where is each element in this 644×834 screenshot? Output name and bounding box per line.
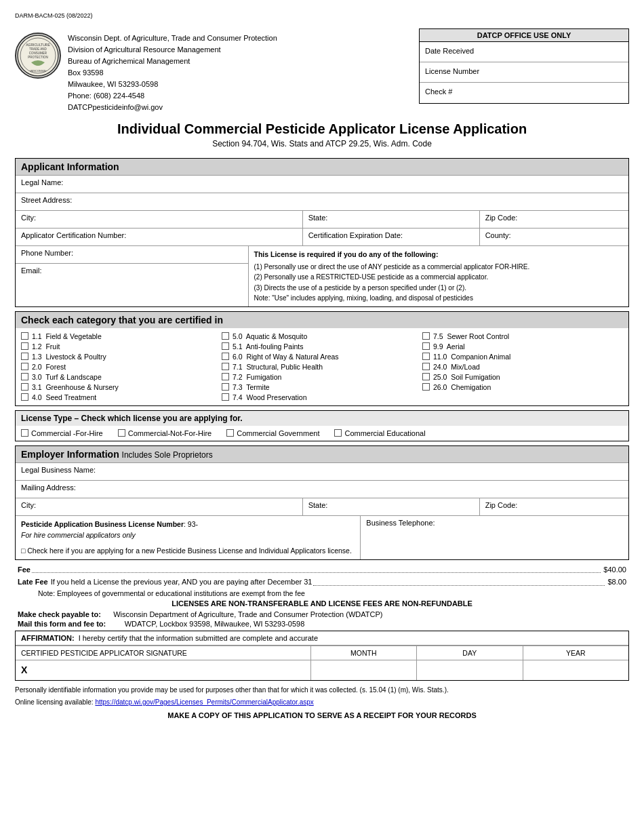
svg-text:TRADE AND: TRADE AND [29,47,47,51]
legal-name-row[interactable]: Legal Name: [16,175,628,193]
late-fee-desc: If you held a License the previous year,… [51,576,313,588]
checkbox-1-1[interactable] [21,332,28,340]
cat-5-0[interactable]: 5.0 Aquatic & Mosquito [222,332,422,340]
checkbox-notforhire[interactable] [118,429,125,437]
svg-text:CONSUMER: CONSUMER [29,52,47,55]
license-opt-notforhire[interactable]: Commercial-Not-For-Hire [118,429,212,437]
license-opt-government[interactable]: Commercial Government [226,429,319,437]
make-check-value: Wisconsin Department of Agriculture, Tra… [113,610,382,618]
cat-11-0[interactable]: 11.0 Companion Animal [422,353,623,361]
checkbox-26-0[interactable] [422,383,430,391]
month-label-cell: MONTH [311,646,418,660]
license-opt-educational[interactable]: Commercial Educational [334,429,425,437]
cat-26-0[interactable]: 26.0 Chemigation [422,383,623,391]
checkbox-3-0[interactable] [21,373,28,380]
checkbox-5-0[interactable] [222,332,229,340]
checkbox-7-5[interactable] [422,332,430,340]
biz-phone-right[interactable]: Business Telephone: [361,516,628,559]
emp-zip-field[interactable]: Zip Code: [480,498,628,515]
late-fee-line: Late Fee If you held a License the previ… [18,576,626,588]
sig-x-cell[interactable]: X [16,660,311,680]
checkbox-24-0[interactable] [422,363,430,370]
checkbox-11-0[interactable] [422,353,430,360]
license-number-field[interactable]: License Number [420,62,628,83]
checkbox-7-1[interactable] [222,363,229,370]
cat-1-2[interactable]: 1.2 Fruit [21,342,222,351]
cat-6-0[interactable]: 6.0 Right of Way & Natural Areas [222,353,422,361]
biz-license-row: Pesticide Application Business License N… [16,515,628,559]
sig-month-field[interactable] [311,660,418,680]
zip-field[interactable]: Zip Code: [480,211,628,228]
checkbox-7-4[interactable] [222,393,229,401]
checkbox-government[interactable] [226,429,234,437]
state-field[interactable]: State: [303,211,480,228]
checkbox-9-9[interactable] [422,342,430,350]
cat-1-1[interactable]: 1.1 Field & Vegetable [21,332,222,340]
cat-24-0[interactable]: 24.0 Mix/Load [422,363,623,371]
mailing-label: Mailing Address: [21,483,76,492]
cat-7-3[interactable]: 7.3 Termite [222,383,422,391]
cat-5-1[interactable]: 5.1 Anti-fouling Paints [222,342,422,351]
cat-4-0[interactable]: 4.0 Seed Treatment [21,393,222,401]
late-fee-dots [313,576,605,586]
license-type-section: License Type – Check which license you a… [15,410,629,441]
biz-name-label: Legal Business Name: [21,466,96,474]
mail-value: WDATCP, Lockbox 93598, Milwaukee, WI 532… [125,620,305,628]
biz-license-check[interactable]: □ Check here if you are applying for a n… [21,545,355,557]
date-received-field[interactable]: Date Received [420,42,628,62]
cert-exp-field[interactable]: Certification Expiration Date: [303,229,480,245]
emp-state-field[interactable]: State: [303,498,480,515]
biz-license-label: Pesticide Application Business License N… [21,520,184,528]
cat-9-9[interactable]: 9.9 Aerial [422,342,623,351]
checkbox-6-0[interactable] [222,353,229,360]
checkbox-5-1[interactable] [222,342,229,350]
county-field[interactable]: County: [480,229,628,245]
checkbox-3-1[interactable] [21,383,28,391]
cat-25-0[interactable]: 25.0 Soil Fumigation [422,373,623,381]
biz-name-row[interactable]: Legal Business Name: [16,462,628,480]
state-label: State: [308,214,328,222]
online-link[interactable]: https://datcp.wi.gov/Pages/Licenses_Perm… [95,698,313,706]
street-address-row[interactable]: Street Address: [16,193,628,210]
checkbox-25-0[interactable] [422,373,430,380]
cat-3-1[interactable]: 3.1 Greenhouse & Nursery [21,383,222,391]
emp-state-label: State: [308,501,328,509]
cat-3-0[interactable]: 3.0 Turf & Landscape [21,373,222,381]
cat-7-5[interactable]: 7.5 Sewer Root Control [422,332,623,340]
checkbox-educational[interactable] [334,429,342,437]
checkbox-4-0[interactable] [21,393,28,401]
mailing-row[interactable]: Mailing Address: [16,480,628,498]
check-number-field[interactable]: Check # [420,83,628,103]
email-field[interactable]: Email: [16,264,248,281]
fee-dots [32,564,601,574]
checkbox-7-2[interactable] [222,373,229,380]
cat-2-0[interactable]: 2.0 Forest [21,363,222,371]
applicant-section: Applicant Information Legal Name: Street… [15,158,629,306]
biz-phone-label: Business Telephone: [366,519,435,527]
checkbox-7-3[interactable] [222,383,229,391]
emp-city-state-zip: City: State: Zip Code: [16,498,628,515]
cat-col-1: 1.1 Field & Vegetable 1.2 Fruit 1.3 Live… [21,332,222,401]
cat-7-4[interactable]: 7.4 Wood Preservation [222,393,422,401]
phone-field[interactable]: Phone Number: [16,246,248,264]
cat-7-2[interactable]: 7.2 Fumigation [222,373,422,381]
checkbox-1-3[interactable] [21,353,28,360]
emp-city-field[interactable]: City: [16,498,303,515]
categories-grid: 1.1 Field & Vegetable 1.2 Fruit 1.3 Live… [16,328,628,405]
sig-day-field[interactable] [417,660,523,680]
agency-logo: AGRICULTURE TRADE AND CONSUMER PROTECTIO… [15,33,61,79]
late-fee-label: Late Fee [18,576,48,588]
sig-year-field[interactable] [523,660,629,680]
cert-num-field[interactable]: Applicator Certification Number: [16,229,303,245]
checkbox-forhire[interactable] [21,429,28,437]
license-opt-forhire[interactable]: Commercial -For-Hire [21,429,103,437]
make-copy-notice: MAKE A COPY OF THIS APPLICATION TO SERVE… [15,710,629,721]
cat-1-3[interactable]: 1.3 Livestock & Poultry [21,353,222,361]
biz-license-line: Pesticide Application Business License N… [21,519,355,530]
online-prefix: Online licensing available: [15,698,95,706]
checkbox-2-0[interactable] [21,363,28,370]
license-req-1: (1) Personally use or direct the use of … [254,262,623,273]
city-field[interactable]: City: [16,211,303,228]
cat-7-1[interactable]: 7.1 Structural, Public Health [222,363,422,371]
checkbox-1-2[interactable] [21,342,28,350]
